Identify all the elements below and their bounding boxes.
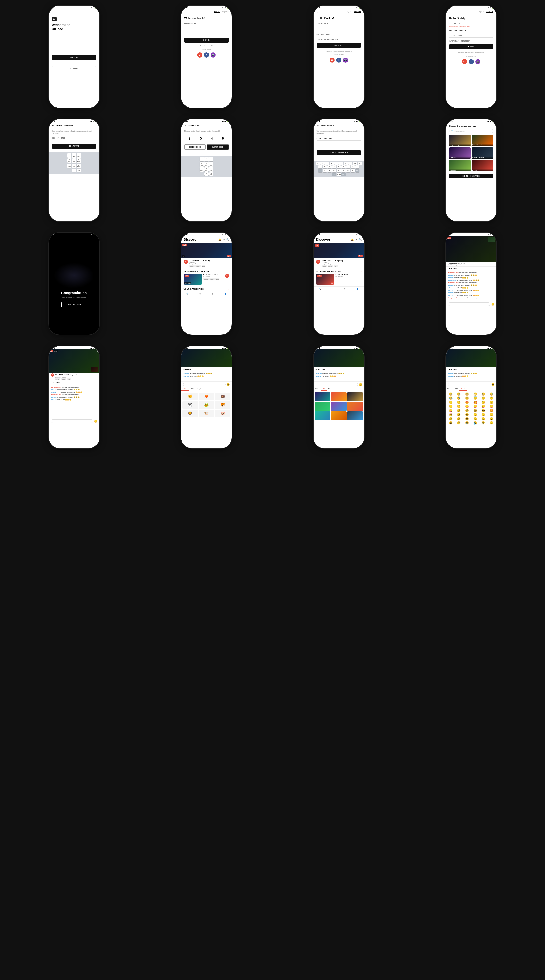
nav-signup-3[interactable]: Sign Up (354, 11, 361, 13)
key-9[interactable]: 9WXYZ (76, 164, 81, 168)
username-field-4[interactable]: trunghieu1794 (449, 22, 493, 25)
emoji-item[interactable]: 🤪 (447, 409, 455, 412)
send-icon-13[interactable]: 😊 (94, 420, 97, 423)
bell-icon-2[interactable]: 🔔 (351, 238, 354, 241)
key-del[interactable]: ⌫ (76, 169, 81, 172)
key-m[interactable]: M (351, 169, 355, 172)
search-icon-1[interactable]: 🔍 (226, 238, 229, 241)
tab-gif[interactable]: GIF (190, 387, 195, 391)
gif-5[interactable] (331, 402, 347, 411)
key-5b[interactable]: 5JKL (204, 162, 209, 167)
key-n[interactable]: N (346, 169, 350, 172)
emoji-item[interactable]: 😝 (480, 405, 487, 408)
key-shift[interactable]: ⇧ (318, 169, 322, 172)
main-video-1[interactable]: LIVE G1 ● (181, 243, 232, 258)
sticker-3[interactable]: 🐻 (215, 393, 230, 400)
sticker-2[interactable]: 🦊 (199, 393, 214, 400)
send-icon-14[interactable]: 😊 (226, 383, 229, 386)
nav-signin-4[interactable]: Sign In (479, 11, 484, 13)
stream-more-icon[interactable]: ⋮ (75, 374, 77, 376)
see-all-2[interactable]: › (361, 270, 362, 272)
facebook-btn-3[interactable]: f (336, 57, 341, 63)
key-y[interactable]: Y (339, 162, 343, 165)
password-field-4[interactable]: •••••••••••••• (449, 29, 493, 32)
phone-field-5[interactable]: 088 - 667 - 3455 (52, 137, 96, 140)
game-card-minecraft[interactable]: Minecraft (449, 160, 471, 172)
gif-1[interactable] (315, 392, 330, 401)
facebook-btn-4[interactable]: f (469, 59, 474, 64)
emoji-item[interactable]: 😊 (463, 396, 471, 400)
sticker-8[interactable]: 🐮 (199, 409, 214, 417)
go-homepage-btn[interactable]: GO TO HOMEPAGE (449, 173, 493, 178)
key-d[interactable]: D (327, 165, 331, 169)
key-2[interactable]: 2ABC (72, 153, 76, 158)
key-space[interactable]: space (337, 173, 341, 176)
email-field-4[interactable]: trunghieu1794@gmail.com (449, 39, 493, 43)
key-g[interactable]: G (337, 165, 341, 169)
key-x[interactable]: X (327, 169, 331, 172)
emoji-item[interactable]: 🙁 (455, 417, 463, 421)
emoji-item[interactable]: 🤨 (455, 409, 463, 412)
key-c[interactable]: C (332, 169, 336, 172)
forgot-link[interactable]: Forgot password? (184, 45, 229, 47)
game-card-warzone[interactable]: Call of Duty: War... (472, 147, 493, 159)
back-arrow-6[interactable]: ← (184, 124, 187, 127)
nav-profile-icon[interactable]: 👤 (224, 293, 226, 295)
key-6[interactable]: 6MNO (76, 158, 81, 163)
signup-btn-3[interactable]: SIGN UP (317, 43, 361, 48)
key-6b[interactable]: 6MNO (209, 162, 213, 167)
emoji-item[interactable]: 🤩 (488, 409, 496, 412)
back-arrow-4[interactable]: ← (449, 11, 452, 14)
emoji-item[interactable]: 😤 (480, 421, 487, 425)
phone-field-4[interactable]: 088 - 667 - 3455 (449, 34, 493, 38)
nav-signin-3[interactable]: Sign In (346, 11, 352, 13)
emoji-item[interactable]: 😂 (447, 396, 455, 400)
emoji-item[interactable]: 😚 (455, 405, 463, 408)
key-a[interactable]: A (318, 165, 322, 169)
key-v[interactable]: V (337, 169, 341, 172)
emoji-item[interactable]: 🙂 (480, 396, 487, 400)
key-k[interactable]: K (351, 165, 355, 169)
game-card-lol[interactable]: League of legen... (449, 135, 471, 146)
key-9b[interactable]: 9WXYZ (209, 167, 213, 172)
emoji-item[interactable]: 🥰 (471, 401, 479, 404)
emoji-item[interactable]: 🙃 (488, 396, 496, 400)
emoji-item[interactable]: 😙 (447, 405, 455, 408)
tab-gif-15[interactable]: GIF (321, 387, 327, 391)
facebook-btn-2[interactable]: f (204, 52, 209, 57)
nav-profile-icon-2[interactable]: 👤 (356, 288, 359, 290)
emoji-item[interactable]: 😢 (463, 421, 471, 425)
key-l[interactable]: L (355, 165, 359, 169)
key-123[interactable]: 123 (332, 173, 336, 176)
emoji-item[interactable]: 😃 (455, 392, 463, 396)
gif-3[interactable] (347, 392, 363, 401)
see-all-cat-1[interactable]: › (229, 288, 229, 290)
sticker-7[interactable]: 🦁 (182, 409, 198, 417)
game-card-fortnite[interactable]: FORTNITE (449, 147, 471, 159)
key-8[interactable]: 8TUV (72, 164, 76, 168)
main-video-2[interactable]: LIVE G1 (314, 243, 364, 258)
explore-btn[interactable]: EXPLORE NOW (61, 302, 86, 307)
nav-discover-icon[interactable]: 🔍 (186, 293, 189, 295)
change-pass-btn[interactable]: CHANGE PASSWORD (317, 150, 361, 155)
key-h[interactable]: H (341, 165, 346, 169)
emoji-item[interactable]: 😁 (471, 392, 479, 396)
stream-settings-icon[interactable]: ⚙ (97, 350, 98, 353)
key-0[interactable]: 0 (72, 169, 76, 172)
gif-2[interactable] (331, 392, 347, 401)
key-i[interactable]: I (348, 162, 352, 165)
back-arrow-5[interactable]: ← (52, 124, 54, 127)
otp-1[interactable]: 2 (186, 135, 193, 142)
key-4[interactable]: 4GHI (67, 158, 72, 163)
gif-6[interactable] (347, 402, 363, 411)
google-btn-2[interactable]: G (197, 52, 202, 57)
emoji-item[interactable]: 😎 (480, 409, 487, 412)
key-o[interactable]: O (353, 162, 357, 165)
emoji-item[interactable]: 😀 (447, 392, 455, 396)
key-5[interactable]: 5JKL (72, 158, 76, 163)
key-j[interactable]: J (346, 165, 350, 169)
game-search-box[interactable]: 🔍 Search games... (449, 129, 493, 133)
nav-heart-icon[interactable]: ♡ (199, 293, 201, 295)
newpass-field-2[interactable]: •••••••••••••• (317, 142, 361, 146)
key-b[interactable]: B (341, 169, 346, 172)
